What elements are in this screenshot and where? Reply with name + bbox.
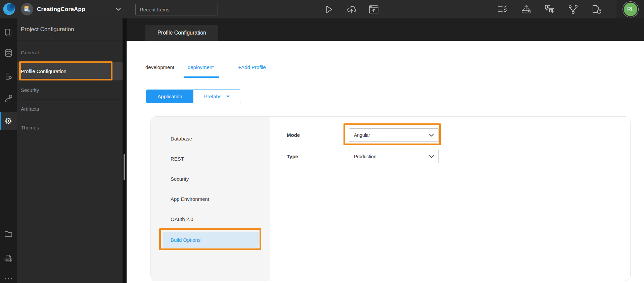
menu-item-app-environment[interactable]: App Environment [163,191,259,207]
sidebar-item-security[interactable]: Security [17,81,123,100]
svg-text:LOG: LOG [6,258,11,261]
prefabs-toggle-button[interactable]: Prefabs [193,90,241,103]
file-sync-icon[interactable] [591,4,602,15]
menu-item-database[interactable]: Database [163,130,259,147]
folder-icon[interactable] [0,225,17,243]
type-value: Production [354,154,429,159]
cloud-upload-icon[interactable] [346,4,357,15]
sidebar-item-profile-configuration[interactable]: Profile Configuration [17,62,123,81]
tabs-horizontal-rule [145,78,625,78]
content-tab-bar: Profile Configuration [127,18,644,41]
application-toggle-button[interactable]: Application [146,90,193,103]
menu-item-build-options[interactable]: Build Options [163,232,259,248]
settings-gear-icon[interactable]: ⚙ [0,112,17,130]
settings-sidebar: Project Configuration General Profile Co… [17,18,123,283]
mode-select-chevron-down-icon [429,134,434,136]
open-tab-profile-configuration[interactable]: Profile Configuration [145,25,218,41]
user-avatar[interactable]: RL [624,3,637,16]
apis-icon[interactable] [0,90,17,108]
workspace-actions-group [497,0,602,18]
tab-development[interactable]: development [145,64,174,70]
java-services-icon[interactable] [0,67,17,85]
checklist-icon[interactable] [497,4,508,15]
menu-item-oauth[interactable]: OAuth 2.0 [163,211,259,227]
prefabs-caret-down-icon [226,95,230,98]
version-graph-icon[interactable] [567,4,579,15]
profile-tabs: development deployment +Add Profile [145,60,266,74]
sidebar-gap [17,41,123,43]
tab-deployment[interactable]: deployment [188,64,214,70]
recent-items-input[interactable] [135,4,218,15]
left-icon-rail: ⚙ LOG [0,18,17,283]
more-dots-icon[interactable] [0,270,17,283]
translate-icon[interactable] [544,4,555,15]
database-icon[interactable] [0,44,17,62]
profile-settings-card: Database REST Security App Environment O… [150,116,631,281]
sidebar-title: Project Configuration [17,18,123,41]
type-select-chevron-down-icon [429,155,434,158]
sidebar-scrollbar-thumb[interactable] [124,154,125,180]
app-preview-upload-icon[interactable] [368,4,379,15]
type-select[interactable]: Production [349,150,439,163]
top-bar: CreatingCoreApp [0,0,644,18]
mode-label: Mode [287,132,300,138]
add-profile-button[interactable]: +Add Profile [238,64,266,70]
mode-select[interactable]: Angular [349,128,439,142]
sidebar-item-themes[interactable]: Themes [17,118,123,137]
tabs-vertical-divider [230,61,230,73]
scope-toggle: Application Prefabs [146,90,241,103]
type-label: Type [287,154,298,159]
sidebar-divider [123,18,127,283]
main-content: development deployment +Add Profile Appl… [127,41,644,283]
project-avatar[interactable] [21,3,33,15]
wavemaker-logo-icon[interactable] [3,3,15,15]
mode-value: Angular [354,132,429,138]
project-switcher-chevron-down-icon[interactable] [116,7,121,11]
user-menu[interactable]: RL [617,0,644,18]
sidebar-item-artifacts[interactable]: Artifacts [17,100,123,118]
pages-icon[interactable] [0,24,17,42]
menu-item-rest[interactable]: REST [163,151,259,167]
run-play-icon[interactable] [323,4,334,15]
logs-icon[interactable]: LOG [0,249,17,268]
prefabs-label: Prefabs [204,94,222,99]
project-icon [24,6,31,13]
menu-item-security[interactable]: Security [163,171,259,187]
run-actions-group [323,0,379,18]
deploy-export-icon[interactable] [520,4,532,15]
sidebar-item-general[interactable]: General [17,43,123,62]
project-name[interactable]: CreatingCoreApp [37,0,85,18]
